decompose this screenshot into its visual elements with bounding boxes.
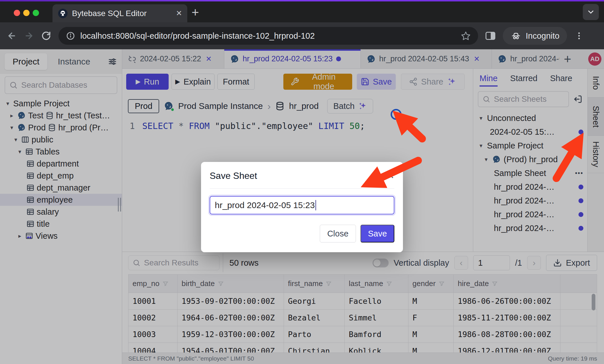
dialog-close-button[interactable]: Close [320,225,356,242]
browser-menu-kebab-icon[interactable] [574,31,584,41]
incognito-badge: Incognito [503,27,567,45]
browser-tab-strip: Bytebase SQL Editor ✕ + [0,1,604,22]
window-minimize-button[interactable] [23,10,30,16]
bookmark-star-icon[interactable] [461,31,471,41]
side-panel-icon[interactable] [486,32,495,40]
browser-tab-close-icon[interactable]: ✕ [176,9,182,18]
chevron-down-icon [587,8,595,16]
incognito-label: Incognito [526,31,560,41]
browser-chrome: Bytebase SQL Editor ✕ + localhost:8080/s… [0,1,604,49]
window-zoom-button[interactable] [33,10,39,16]
back-icon[interactable] [7,31,17,41]
browser-tab-title: Bytebase SQL Editor [72,9,172,18]
address-bar[interactable]: localhost:8080/sql-editor/prod-sample-in… [59,27,478,45]
dialog-divider [210,188,394,189]
dialog-title: Save Sheet [210,171,257,181]
incognito-icon [510,31,522,41]
reload-icon[interactable] [41,31,51,41]
sheet-name-input[interactable]: hr_prod 2024-02-05 15:23 [210,196,394,214]
text-cursor [315,200,316,210]
browser-toolbar: localhost:8080/sql-editor/prod-sample-in… [0,22,604,49]
url-text[interactable]: localhost:8080/sql-editor/prod-sample-in… [80,31,456,41]
tab-overview-button[interactable] [583,4,599,20]
dialog-close-icon[interactable]: ✕ [387,171,394,181]
dialog-save-button[interactable]: Save [361,225,394,242]
new-tab-button[interactable]: + [192,6,199,19]
site-info-icon[interactable] [66,31,75,40]
save-sheet-dialog: Save Sheet ✕ hr_prod 2024-02-05 15:23 Cl… [201,162,403,252]
screenshot-root: Bytebase SQL Editor ✕ + localhost:8080/s… [0,0,604,364]
sheet-name-value: hr_prod 2024-02-05 15:23 [215,200,315,210]
forward-icon[interactable] [24,31,34,41]
window-close-button[interactable] [14,10,20,16]
browser-tab[interactable]: Bytebase SQL Editor ✕ [52,4,187,22]
bytebase-favicon [58,8,68,19]
